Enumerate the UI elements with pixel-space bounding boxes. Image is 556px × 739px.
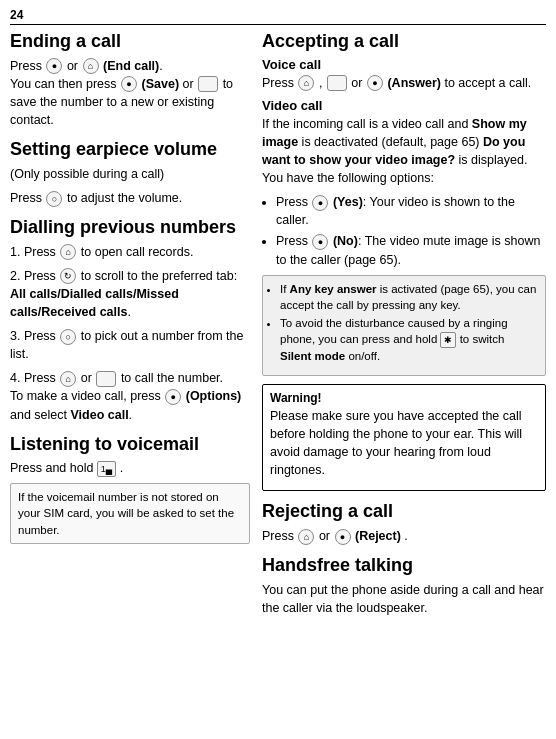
yes-icon: ● bbox=[312, 195, 328, 211]
accepting-warning-box: Warning! Please make sure you have accep… bbox=[262, 384, 546, 491]
video-options-list: Press ● (Yes): Your video is shown to th… bbox=[262, 193, 546, 269]
earpiece-subtitle: (Only possible during a call) bbox=[10, 165, 250, 183]
dial-step4-options-icon: ● bbox=[165, 389, 181, 405]
dialling-step3: 3. Press ○ to pick out a number from the… bbox=[10, 327, 250, 363]
voicemail-text: Press and hold 1▄ . bbox=[10, 459, 250, 477]
left-column: Ending a call Press ● or ⌂ (End call). Y… bbox=[10, 31, 250, 627]
two-column-layout: Ending a call Press ● or ⌂ (End call). Y… bbox=[10, 31, 546, 627]
save-label: (Save) bbox=[142, 77, 180, 91]
end-call-label: (End call) bbox=[103, 59, 159, 73]
dial-options-label: (Options) bbox=[186, 389, 242, 403]
dialling-title: Dialling previous numbers bbox=[10, 217, 250, 239]
rejecting-title: Rejecting a call bbox=[262, 501, 546, 523]
earpiece-title: Setting earpiece volume bbox=[10, 139, 250, 161]
note-bullets: If Any key answer is activated (page 65)… bbox=[270, 281, 538, 364]
voice-call-label: Voice call bbox=[262, 57, 546, 72]
earpiece-text: Press ○ to adjust the volume. bbox=[10, 189, 250, 207]
video-option-yes: Press ● (Yes): Your video is shown to th… bbox=[276, 193, 546, 229]
note-bullet-2: To avoid the disturbance caused by a rin… bbox=[280, 315, 538, 364]
right-column: Accepting a call Voice call Press ⌂ , or… bbox=[262, 31, 546, 627]
save-icon-dot: ● bbox=[121, 76, 137, 92]
handsfree-text: You can put the phone aside during a cal… bbox=[262, 581, 546, 617]
dial-step1-icon: ⌂ bbox=[60, 244, 76, 260]
warning-title: Warning! bbox=[270, 390, 538, 407]
dial-step4-icon2 bbox=[96, 371, 116, 387]
accept-icon-home: ⌂ bbox=[298, 75, 314, 91]
answer-label: (Answer) bbox=[387, 76, 440, 90]
press-label-1: Press bbox=[10, 59, 42, 73]
silent-key-icon: ✱ bbox=[440, 332, 456, 348]
video-call-text: If the incoming call is a video call and… bbox=[262, 115, 546, 188]
voicemail-key-icon: 1▄ bbox=[97, 461, 116, 477]
section-voicemail: Listening to voicemail Press and hold 1▄… bbox=[10, 434, 250, 544]
section-accepting: Accepting a call Voice call Press ⌂ , or… bbox=[262, 31, 546, 491]
dial-step3-icon: ○ bbox=[60, 329, 76, 345]
rejecting-text: Press ⌂ or ● (Reject) . bbox=[262, 527, 546, 545]
accept-icon-rect bbox=[327, 75, 347, 91]
accepting-note-box: If Any key answer is activated (page 65)… bbox=[262, 275, 546, 376]
accepting-title: Accepting a call bbox=[262, 31, 546, 53]
video-call-label: Video call bbox=[262, 98, 546, 113]
dial-step2-icon: ↻ bbox=[60, 268, 76, 284]
video-option-no: Press ● (No): The video mute image is sh… bbox=[276, 232, 546, 268]
reject-icon-dot: ● bbox=[335, 529, 351, 545]
dialling-step4: 4. Press ⌂ or to call the number. To mak… bbox=[10, 369, 250, 423]
dialling-step1: 1. Press ⌂ to open call records. bbox=[10, 243, 250, 261]
section-earpiece-volume: Setting earpiece volume (Only possible d… bbox=[10, 139, 250, 207]
note-bullet-1: If Any key answer is activated (page 65)… bbox=[280, 281, 538, 313]
section-rejecting: Rejecting a call Press ⌂ or ● (Reject) . bbox=[262, 501, 546, 545]
ending-call-text: Press ● or ⌂ (End call). You can then pr… bbox=[10, 57, 250, 130]
no-icon: ● bbox=[312, 234, 328, 250]
reject-label: (Reject) bbox=[355, 529, 401, 543]
end-call-icon-dot: ● bbox=[46, 58, 62, 74]
accept-icon-dot: ● bbox=[367, 75, 383, 91]
volume-icon: ○ bbox=[46, 191, 62, 207]
handsfree-title: Handsfree talking bbox=[262, 555, 546, 577]
voice-call-text: Press ⌂ , or ● (Answer) to accept a call… bbox=[262, 74, 546, 92]
save-icon-rect bbox=[198, 76, 218, 92]
section-ending-call: Ending a call Press ● or ⌂ (End call). Y… bbox=[10, 31, 250, 129]
section-handsfree: Handsfree talking You can put the phone … bbox=[262, 555, 546, 617]
reject-icon-home: ⌂ bbox=[298, 529, 314, 545]
end-call-icon-home: ⌂ bbox=[83, 58, 99, 74]
page-number: 24 bbox=[10, 8, 546, 25]
dialling-step2: 2. Press ↻ to scroll to the preferred ta… bbox=[10, 267, 250, 321]
dial-step4-icon1: ⌂ bbox=[60, 371, 76, 387]
warning-text: Please make sure you have accepted the c… bbox=[270, 407, 538, 480]
ending-call-title: Ending a call bbox=[10, 31, 250, 53]
voicemail-info-box: If the voicemail number is not stored on… bbox=[10, 483, 250, 543]
section-dialling: Dialling previous numbers 1. Press ⌂ to … bbox=[10, 217, 250, 424]
voicemail-title: Listening to voicemail bbox=[10, 434, 250, 456]
